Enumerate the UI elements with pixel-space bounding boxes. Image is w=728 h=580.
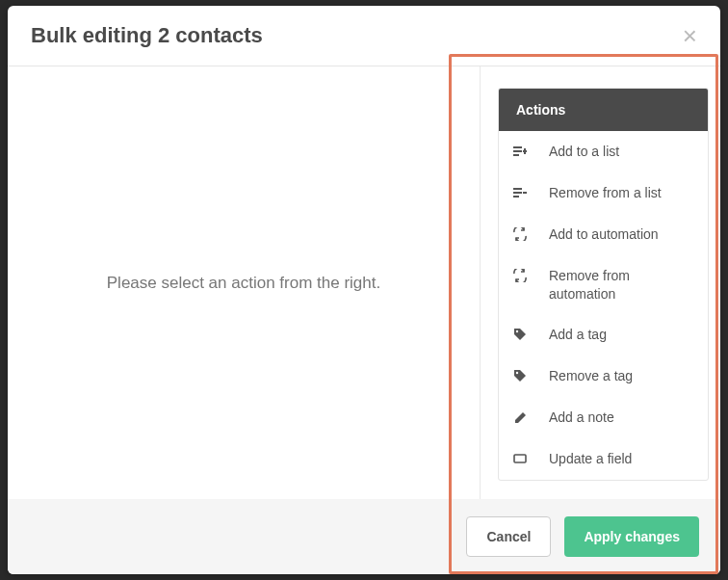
main-area: Please select an action from the right.: [8, 66, 480, 499]
tag-add-icon: [512, 327, 528, 342]
list-remove-icon: [512, 185, 528, 200]
action-update-field[interactable]: Update a field: [499, 438, 708, 480]
svg-point-10: [516, 372, 518, 374]
action-label: Remove from automation: [549, 267, 694, 303]
svg-rect-6: [513, 192, 522, 194]
svg-rect-4: [524, 148, 526, 154]
svg-rect-7: [513, 196, 519, 198]
list-add-icon: [512, 144, 528, 159]
action-remove-from-automation[interactable]: Remove from automation: [499, 255, 708, 315]
actions-sidebar: Actions Add to a list Remove from a list: [480, 66, 720, 499]
automation-remove-icon: [512, 268, 528, 283]
automation-add-icon: [512, 226, 528, 242]
actions-panel: Actions Add to a list Remove from a list: [498, 88, 709, 481]
action-add-to-list[interactable]: Add to a list: [499, 131, 708, 172]
field-icon: [512, 451, 528, 466]
modal-footer: Cancel Apply changes: [8, 499, 720, 574]
action-add-to-automation[interactable]: Add to automation: [499, 214, 708, 255]
svg-rect-1: [513, 150, 522, 152]
action-label: Add a note: [549, 409, 694, 427]
action-add-note[interactable]: Add a note: [499, 397, 708, 438]
svg-rect-11: [514, 455, 526, 462]
cancel-button[interactable]: Cancel: [466, 516, 551, 557]
tag-remove-icon: [512, 368, 528, 383]
modal-header: Bulk editing 2 contacts ×: [8, 6, 720, 66]
apply-changes-button[interactable]: Apply changes: [564, 516, 699, 557]
svg-point-9: [516, 330, 518, 332]
svg-rect-8: [523, 192, 527, 194]
action-label: Update a field: [549, 450, 694, 468]
action-label: Add to a list: [549, 143, 694, 161]
svg-rect-0: [513, 146, 522, 148]
action-label: Remove from a list: [549, 184, 694, 202]
actions-header: Actions: [499, 89, 708, 131]
modal-title: Bulk editing 2 contacts: [31, 23, 263, 48]
action-remove-tag[interactable]: Remove a tag: [499, 356, 708, 397]
action-label: Remove a tag: [549, 367, 694, 385]
note-icon: [512, 409, 528, 425]
action-label: Add to automation: [549, 225, 694, 244]
modal-body: Please select an action from the right. …: [8, 66, 720, 499]
action-add-tag[interactable]: Add a tag: [499, 314, 708, 356]
placeholder-text: Please select an action from the right.: [107, 274, 380, 293]
svg-rect-5: [513, 188, 522, 190]
action-remove-from-list[interactable]: Remove from a list: [499, 172, 708, 214]
action-label: Add a tag: [549, 326, 694, 344]
bulk-edit-modal: Bulk editing 2 contacts × Please select …: [8, 6, 720, 574]
close-icon[interactable]: ×: [683, 23, 697, 48]
svg-rect-2: [513, 154, 519, 156]
